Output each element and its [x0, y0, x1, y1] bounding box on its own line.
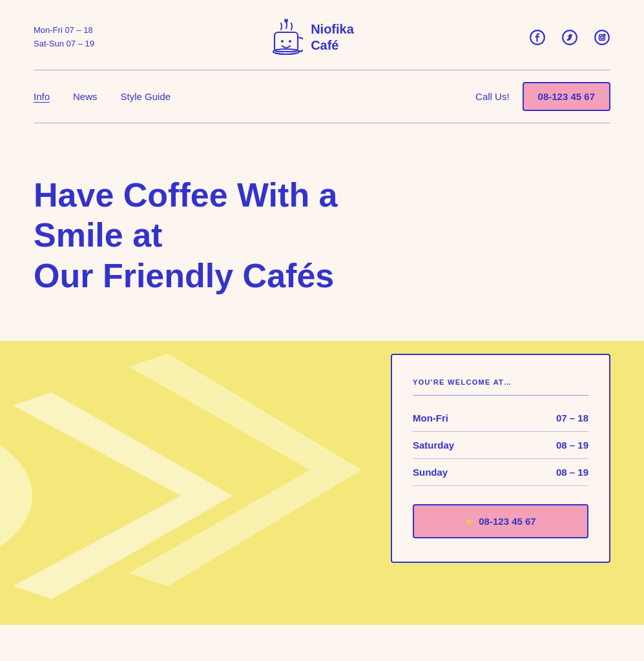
svg-point-3: [289, 40, 291, 43]
facebook-icon[interactable]: [529, 29, 546, 46]
card-phone-number: 08-123 45 67: [479, 516, 535, 527]
hours-row-sunday: Sunday 08 – 19: [413, 459, 588, 486]
hours-monFri: 07 – 18: [556, 412, 588, 423]
hours-weekend: Sat-Sun 07 – 19: [34, 37, 94, 51]
svg-point-8: [601, 36, 603, 39]
nav-right: Call Us! 08-123 45 67: [475, 82, 610, 111]
svg-point-9: [604, 34, 605, 36]
top-bar: Mon-Fri 07 – 18 Sat-Sun 07 – 19 Niofika …: [0, 0, 644, 70]
nav-item-news[interactable]: News: [73, 91, 98, 103]
card-phone-button[interactable]: ★ 08-123 45 67: [413, 504, 588, 538]
logo-icon: [269, 18, 303, 57]
hours-row-saturday: Saturday 08 – 19: [413, 432, 588, 459]
nav-link-info[interactable]: Info: [34, 91, 50, 102]
nav-item-style-guide[interactable]: Style Guide: [121, 91, 171, 103]
nav-links: Info News Style Guide: [34, 91, 171, 103]
social-icons: [529, 29, 610, 46]
hero-title: Have Coffee With a Smile at Our Friendly…: [34, 175, 434, 296]
star-icon: ★: [465, 516, 473, 527]
top-divider: [34, 70, 610, 70]
card-subtitle: YOU'RE WELCOME AT…: [413, 378, 588, 386]
day-saturday: Saturday: [413, 440, 454, 451]
svg-point-2: [281, 40, 284, 43]
logo[interactable]: Niofika Café: [269, 18, 354, 57]
hero-section: Have Coffee With a Smile at Our Friendly…: [0, 123, 644, 341]
nav-item-info[interactable]: Info: [34, 91, 50, 103]
hours-saturday: 08 – 19: [556, 440, 588, 451]
call-us-label: Call Us!: [475, 91, 510, 102]
day-sunday: Sunday: [413, 467, 448, 478]
instagram-icon[interactable]: [594, 29, 610, 46]
svg-point-6: [595, 30, 609, 45]
phone-button[interactable]: 08-123 45 67: [523, 82, 610, 111]
logo-text: Niofika Café: [311, 21, 354, 54]
yellow-section: YOU'RE WELCOME AT… Mon-Fri 07 – 18 Satur…: [0, 341, 644, 625]
nav-link-style-guide[interactable]: Style Guide: [121, 91, 171, 102]
day-monFri: Mon-Fri: [413, 412, 448, 423]
info-card: YOU'RE WELCOME AT… Mon-Fri 07 – 18 Satur…: [391, 354, 610, 563]
card-divider-top: [413, 395, 588, 396]
twitter-icon[interactable]: [561, 29, 578, 46]
hours-weekday: Mon-Fri 07 – 18: [34, 24, 94, 37]
nav-link-news[interactable]: News: [73, 91, 98, 102]
hours-row-monFri: Mon-Fri 07 – 18: [413, 405, 588, 432]
hours-block: Mon-Fri 07 – 18 Sat-Sun 07 – 19: [34, 24, 94, 51]
nav-bar: Info News Style Guide Call Us! 08-123 45…: [0, 70, 644, 123]
nav-divider: [34, 123, 610, 123]
hours-sunday: 08 – 19: [556, 467, 588, 478]
